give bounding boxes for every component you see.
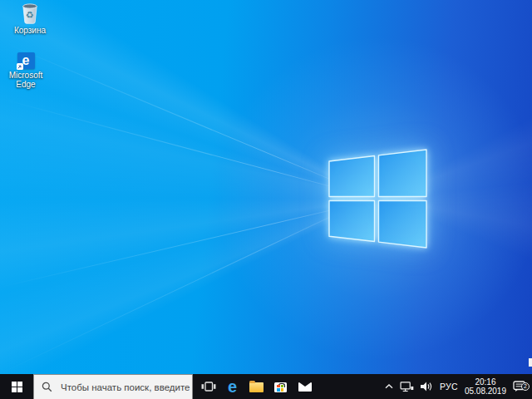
edge-icon: e <box>228 378 237 395</box>
clock-time: 20:16 <box>475 377 495 387</box>
system-tray: РУС 20:16 05.08.2019 2 <box>382 374 532 399</box>
desktop-icon-label: Microsoft Edge <box>2 71 50 89</box>
clock[interactable]: 20:16 05.08.2019 <box>461 374 510 399</box>
start-button[interactable] <box>0 374 33 399</box>
wallpaper-light-rays <box>0 0 532 374</box>
file-explorer-icon <box>249 382 264 392</box>
desktop-icon-recycle-bin[interactable]: ♻ Корзина <box>5 2 55 35</box>
action-center-button[interactable]: 2 <box>510 374 530 399</box>
edge-icon: e <box>17 52 35 69</box>
edge-taskbar-button[interactable]: e <box>220 374 244 399</box>
desktop-icon-microsoft-edge[interactable]: e Microsoft Edge <box>2 52 50 89</box>
windows-start-icon <box>12 382 22 392</box>
microsoft-store-button[interactable] <box>268 374 293 399</box>
taskbar: e <box>0 374 532 399</box>
desktop-icon-label: Корзина <box>14 26 46 35</box>
language-indicator[interactable]: РУС <box>436 374 461 399</box>
notification-count-badge: 2 <box>521 382 530 391</box>
taskbar-search[interactable] <box>33 374 193 399</box>
store-icon <box>274 382 287 392</box>
task-view-icon <box>201 381 216 392</box>
chevron-up-icon <box>385 384 393 389</box>
volume-button[interactable] <box>417 374 436 399</box>
recycle-bin-icon: ♻ <box>21 2 39 24</box>
ethernet-network-icon <box>400 382 414 392</box>
mail-button[interactable] <box>293 374 317 399</box>
network-button[interactable] <box>397 374 417 399</box>
search-icon <box>42 382 52 392</box>
shortcut-arrow-icon <box>17 63 23 70</box>
clock-date: 05.08.2019 <box>465 387 506 397</box>
task-view-button[interactable] <box>196 374 220 399</box>
tray-overflow-button[interactable] <box>382 374 397 399</box>
taskbar-app-buttons: e <box>196 374 317 399</box>
windows-logo-wallpaper <box>329 150 426 248</box>
desktop: ♻ Корзина e Microsoft Edge <box>0 0 532 374</box>
svg-text:♻: ♻ <box>26 10 34 20</box>
clipped-popup-artifact <box>529 358 532 367</box>
speaker-volume-icon <box>421 382 433 392</box>
search-input[interactable] <box>59 382 192 393</box>
mail-icon <box>298 382 312 392</box>
file-explorer-button[interactable] <box>244 374 268 399</box>
